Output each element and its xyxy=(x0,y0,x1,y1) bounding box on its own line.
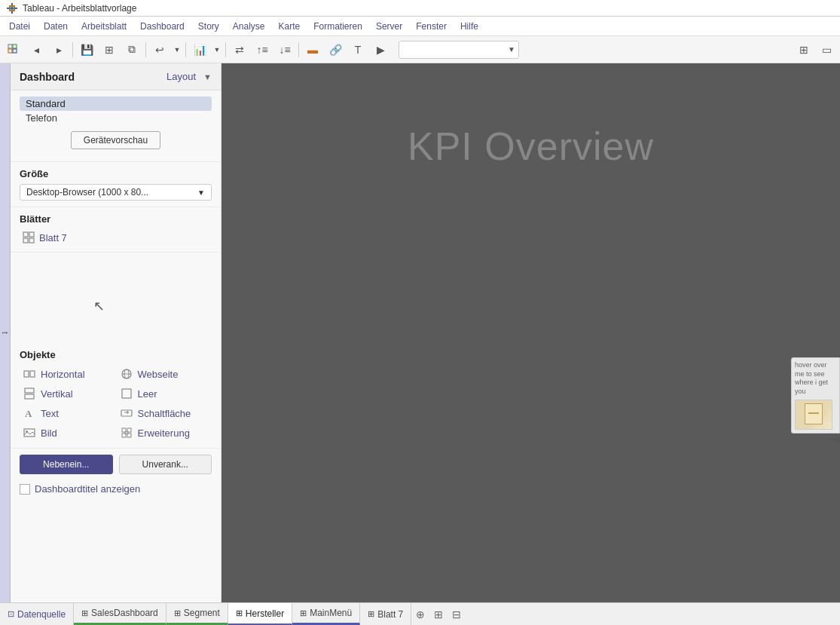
presentation-icon: ▭ xyxy=(822,44,832,56)
object-webseite[interactable]: Webseite xyxy=(117,365,212,383)
home-icon xyxy=(8,44,20,56)
color-btn[interactable]: ▬ xyxy=(302,39,323,60)
tableau-icon xyxy=(6,2,18,14)
hover-panel-arrow: ⇥ xyxy=(828,431,839,448)
menu-dashboard[interactable]: Dashboard xyxy=(134,20,191,33)
horizontal-icon xyxy=(23,367,36,381)
tooltip-btn[interactable]: 🔗 xyxy=(325,39,346,60)
device-standard-label: Standard xyxy=(26,98,66,109)
unverank-button[interactable]: Unverank... xyxy=(119,455,212,474)
search-dropdown[interactable]: ▼ xyxy=(399,41,519,59)
device-telefon[interactable]: Telefon xyxy=(20,111,212,125)
tab-segment[interactable]: ⊞ Segment xyxy=(166,603,228,625)
presentation-btn[interactable]: ▭ xyxy=(816,39,837,60)
forward-btn[interactable]: ▸ xyxy=(48,39,69,60)
copy-btn[interactable]: ⧉ xyxy=(121,39,142,60)
tab-datenquelle[interactable]: ⊡ Datenquelle xyxy=(0,603,74,625)
sidebar-dashboard-title: Dashboard xyxy=(20,71,160,83)
viz-type-dropdown[interactable]: ▼ xyxy=(212,39,222,60)
text-icon: T xyxy=(355,44,362,56)
leer-icon xyxy=(120,387,133,400)
undo-btn[interactable]: ↩ xyxy=(149,39,170,60)
menu-hilfe[interactable]: Hilfe xyxy=(454,20,484,33)
object-horizontal[interactable]: Horizontal xyxy=(20,365,115,383)
svg-rect-7 xyxy=(13,44,17,48)
sheet-item-blatt7[interactable]: Blatt 7 xyxy=(20,229,212,246)
datenquelle-icon: ⊡ xyxy=(8,609,14,619)
separator-4 xyxy=(225,42,226,57)
motion-btn[interactable]: ▶ xyxy=(370,39,391,60)
menu-analyse[interactable]: Analyse xyxy=(227,20,271,33)
menu-formatieren[interactable]: Formatieren xyxy=(307,20,368,33)
new-datasource-icon: ⊞ xyxy=(105,44,114,56)
menu-fenster[interactable]: Fenster xyxy=(410,20,453,33)
menu-karte[interactable]: Karte xyxy=(273,20,307,33)
show-title-row[interactable]: Dashboardtitel anzeigen xyxy=(11,480,221,501)
canvas-content: KPI Overview xyxy=(221,63,840,602)
add-story-btn[interactable]: ⊟ xyxy=(447,603,466,625)
object-erweiterung[interactable]: Erweiterung xyxy=(117,424,212,442)
object-webseite-label: Webseite xyxy=(138,369,179,380)
vertikal-icon xyxy=(23,387,36,400)
menu-bar: Datei Daten Arbeitsblatt Dashboard Story… xyxy=(0,17,840,36)
menu-story[interactable]: Story xyxy=(192,20,225,33)
device-standard[interactable]: Standard xyxy=(20,97,212,111)
tab-blatt7[interactable]: ⊞ Blatt 7 xyxy=(360,603,411,625)
show-title-checkbox[interactable] xyxy=(20,484,30,495)
size-section-title: Größe xyxy=(20,168,212,179)
viz-type-btn[interactable]: 📊 xyxy=(189,39,210,60)
sidebar-header: Dashboard Layout ▼ xyxy=(11,63,221,90)
back-btn[interactable]: ◂ xyxy=(26,39,47,60)
add-sheet-btn1[interactable]: ⊕ xyxy=(411,603,429,625)
motion-icon: ▶ xyxy=(377,44,385,56)
menu-datei[interactable]: Datei xyxy=(3,20,36,33)
svg-rect-19 xyxy=(25,388,34,393)
svg-rect-1 xyxy=(7,8,17,9)
text-btn[interactable]: T xyxy=(347,39,368,60)
grid-view-btn[interactable]: ⊞ xyxy=(793,39,814,60)
sidebar-layout-tab[interactable]: Layout xyxy=(160,69,202,84)
menu-server[interactable]: Server xyxy=(370,20,408,33)
sort-desc-btn[interactable]: ↓≡ xyxy=(274,39,295,60)
left-edge-tab[interactable]: t xyxy=(0,63,11,602)
menu-arbeitsblatt[interactable]: Arbeitsblatt xyxy=(75,20,133,33)
mainmenu-icon: ⊞ xyxy=(300,608,307,618)
undo-dropdown-btn[interactable]: ▼ xyxy=(172,39,182,60)
title-bar-text: Tableau - Arbeitsblattvorlage xyxy=(23,3,136,14)
svg-rect-15 xyxy=(30,371,35,377)
new-datasource-btn[interactable]: ⊞ xyxy=(99,39,120,60)
object-schaltflaeche[interactable]: Schaltfläche xyxy=(117,404,212,422)
svg-text:A: A xyxy=(25,408,32,419)
tab-hersteller[interactable]: ⊞ Hersteller xyxy=(228,603,292,625)
separator-2 xyxy=(145,42,146,57)
object-leer[interactable]: Leer xyxy=(117,384,212,403)
swap-btn[interactable]: ⇄ xyxy=(229,39,250,60)
sheet-item-label: Blatt 7 xyxy=(39,232,67,244)
object-text[interactable]: A Text xyxy=(20,404,115,422)
size-section: Größe Desktop-Browser (1000 x 80... ▼ xyxy=(11,162,221,207)
tab-mainmenu-label: MainMenü xyxy=(310,608,352,618)
hersteller-icon: ⊞ xyxy=(236,608,243,618)
bottom-tabs: ⊡ Datenquelle ⊞ SalesDashboard ⊞ Segment… xyxy=(0,602,840,625)
add-dashboard-btn[interactable]: ⊞ xyxy=(429,603,447,625)
device-preview-button[interactable]: Gerätevorschau xyxy=(71,131,160,149)
size-dropdown[interactable]: Desktop-Browser (1000 x 80... ▼ xyxy=(20,184,212,201)
left-edge-label: t xyxy=(1,332,9,334)
tableau-home-btn[interactable] xyxy=(3,39,24,60)
save-btn[interactable]: 💾 xyxy=(76,39,97,60)
svg-rect-12 xyxy=(23,238,28,243)
webseite-icon xyxy=(120,367,133,381)
svg-rect-10 xyxy=(23,232,28,237)
nebenein-button[interactable]: Nebenein... xyxy=(20,455,113,474)
tab-salesdashboard[interactable]: ⊞ SalesDashboard xyxy=(74,603,166,625)
menu-daten[interactable]: Daten xyxy=(38,20,74,33)
tab-mainmenu[interactable]: ⊞ MainMenü xyxy=(292,603,360,625)
object-erweiterung-label: Erweiterung xyxy=(138,427,190,439)
canvas-area: KPI Overview hover over me to see where … xyxy=(221,63,840,602)
object-vertikal[interactable]: Vertikal xyxy=(20,384,115,403)
sort-asc-btn[interactable]: ↑≡ xyxy=(252,39,273,60)
object-bild[interactable]: Bild xyxy=(20,424,115,442)
tab-datenquelle-label: Datenquelle xyxy=(17,609,66,620)
svg-rect-13 xyxy=(29,238,34,243)
hover-panel-text: hover over me to see where i get you xyxy=(795,361,836,397)
